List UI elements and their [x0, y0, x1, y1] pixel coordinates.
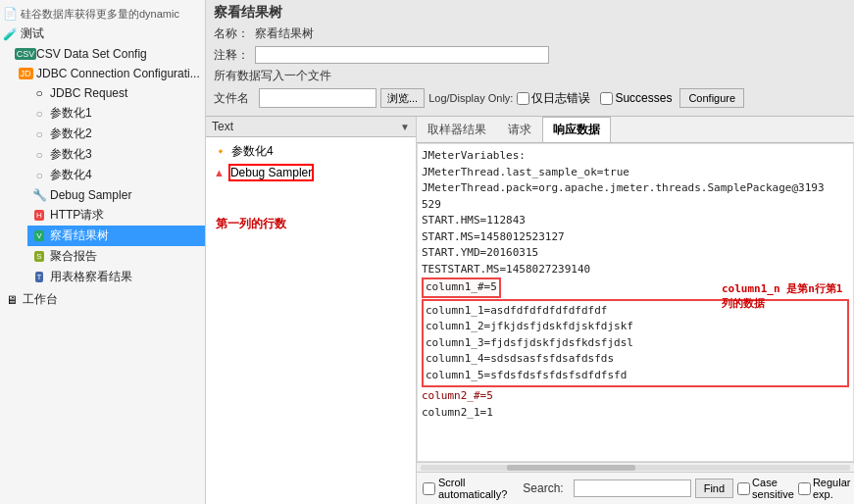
- panel-title: 察看结果树: [214, 4, 846, 22]
- horizontal-scrollbar[interactable]: [417, 462, 854, 472]
- workbench-icon: 🖥: [4, 292, 20, 308]
- response-line: JMeterThread.pack=org.apache.jmeter.thre…: [422, 180, 849, 197]
- browse-button[interactable]: 浏览...: [380, 88, 425, 108]
- search-input[interactable]: [574, 479, 691, 497]
- response-line: JMeterThread.last_sample_ok=true: [422, 165, 849, 181]
- find-button[interactable]: Find: [695, 479, 733, 498]
- node-list: 🔸 参数化4 ▲ Debug Sampler 第一列的行数: [206, 137, 416, 504]
- response-line-col1-2: column1_2=jfkjdsfjdskfdjskfdjskf: [426, 319, 845, 335]
- response-line-col2-1: column2_1=1: [422, 405, 849, 422]
- sidebar-item-jdbc[interactable]: JD JDBC Connection Configurati...: [14, 64, 205, 83]
- debug-node-icon: ▲: [214, 167, 225, 178]
- comment-row: 注释：: [214, 46, 846, 64]
- response-line: START.YMD=20160315: [422, 245, 849, 262]
- tab-request[interactable]: 请求: [497, 117, 542, 142]
- regex-checkbox[interactable]: [798, 482, 811, 495]
- sidebar-item-csv[interactable]: CSV CSV Data Set Config: [14, 44, 205, 64]
- sidebar: 📄 硅谷数据库获得更多量的dynamic 🧪 测试 CSV CSV Data S…: [0, 0, 206, 504]
- log-errors-label: 仅日志错误: [531, 90, 590, 107]
- sidebar-item-param4[interactable]: ○ 参数化4: [27, 165, 205, 185]
- response-line: TESTSTART.MS=1458027239140: [422, 262, 849, 278]
- sidebar-label-table: 用表格察看结果: [50, 269, 132, 285]
- sidebar-item-param2[interactable]: ○ 参数化2: [27, 124, 205, 144]
- response-line: JMeterVariables:: [422, 148, 849, 165]
- sidebar-item-workbench[interactable]: 🖥 工作台: [0, 289, 205, 310]
- tab-response[interactable]: 响应数据: [542, 117, 611, 142]
- log-label: Log/Display Only:: [428, 92, 513, 104]
- log-errors-checkbox[interactable]: [517, 92, 529, 105]
- regex-label: Regular exp.: [813, 477, 851, 500]
- scroll-auto-check[interactable]: Scroll automatically?: [423, 477, 507, 500]
- right-panel: 取样器结果 请求 响应数据 JMeterVariables: JMeterThr…: [417, 117, 854, 504]
- col1-hash-highlight: column1_#=5: [422, 277, 501, 298]
- sidebar-item-debug[interactable]: 🔧 Debug Sampler: [27, 185, 205, 205]
- http-icon: H: [31, 208, 47, 224]
- name-value: 察看结果树: [255, 25, 314, 42]
- param3-icon: ○: [31, 147, 47, 163]
- comment-label: 注释：: [214, 47, 249, 64]
- sidebar-item-summary[interactable]: S 聚合报告: [27, 246, 205, 267]
- response-line-col1-3: column1_3=fjdsfjdskfjdsfkdsfjdsl: [426, 335, 845, 352]
- file-icon: 📄: [2, 6, 18, 22]
- annotation-first-col: 第一列的行数: [216, 216, 286, 232]
- csv-icon: CSV: [18, 46, 33, 62]
- sidebar-item-table[interactable]: T 用表格察看结果: [27, 267, 205, 287]
- sidebar-item-dynamic[interactable]: 📄 硅谷数据库获得更多量的dynamic: [0, 4, 205, 24]
- summary-icon: S: [31, 249, 47, 265]
- jdbc-icon: JD: [18, 66, 33, 81]
- sidebar-item-param3[interactable]: ○ 参数化3: [27, 144, 205, 165]
- sidebar-item-http[interactable]: H HTTP请求: [27, 205, 205, 226]
- tab-sampler[interactable]: 取样器结果: [417, 117, 497, 142]
- main-panel: 察看结果树 名称： 察看结果树 注释： 所有数据写入一个文件 文件名 浏览...…: [206, 0, 854, 504]
- log-errors-check[interactable]: 仅日志错误: [517, 90, 590, 107]
- sidebar-label-param4: 参数化4: [50, 167, 92, 183]
- file-note: 所有数据写入一个文件: [214, 68, 846, 84]
- debug-node-label: Debug Sampler: [228, 164, 314, 181]
- test-icon: 🧪: [2, 26, 18, 42]
- sidebar-label-debug: Debug Sampler: [50, 188, 131, 202]
- sidebar-item-param1[interactable]: ○ 参数化1: [27, 103, 205, 124]
- view-icon: V: [31, 228, 47, 244]
- sidebar-label-param1: 参数化1: [50, 105, 92, 122]
- sidebar-item-jdbc-req[interactable]: ○ JDBC Request: [27, 83, 205, 103]
- comment-input[interactable]: [255, 46, 549, 64]
- sidebar-label-summary: 聚合报告: [50, 248, 97, 265]
- col1-group-highlight: column1_1=asdfdfdfdfdfdfdfdf column1_2=j…: [422, 299, 849, 388]
- sidebar-label-test: 测试: [21, 25, 44, 42]
- file-row: 文件名 浏览... Log/Display Only: 仅日志错误 Succes…: [214, 88, 846, 108]
- file-label: 文件名: [214, 90, 249, 107]
- file-input[interactable]: [259, 88, 377, 108]
- sidebar-item-view[interactable]: V 察看结果树: [27, 226, 205, 246]
- response-line: START.MS=1458012523127: [422, 229, 849, 246]
- param4-node-label: 参数化4: [231, 143, 274, 160]
- response-line-col1-5: column1_5=sfdsfdsfsfdsfsdfdfsfd: [426, 368, 845, 384]
- scroll-auto-checkbox[interactable]: [423, 482, 435, 495]
- panel-header: 察看结果树 名称： 察看结果树 注释： 所有数据写入一个文件 文件名 浏览...…: [206, 0, 854, 117]
- successes-checkbox[interactable]: [600, 92, 613, 105]
- configure-button[interactable]: Configure: [679, 88, 744, 108]
- text-dropdown[interactable]: Text ▼: [206, 117, 416, 137]
- sidebar-item-test[interactable]: 🧪 测试: [0, 24, 205, 44]
- param4-node-icon: 🔸: [214, 145, 227, 158]
- tabs: 取样器结果 请求 响应数据: [417, 117, 854, 143]
- successes-check[interactable]: Successes: [600, 91, 672, 105]
- sidebar-label-param2: 参数化2: [50, 126, 92, 142]
- bottom-bar: Scroll automatically? Search: Find Case …: [417, 472, 854, 504]
- left-panel: Text ▼ 🔸 参数化4 ▲ Debug Sampler 第一列的行数: [206, 117, 417, 504]
- case-sensitive-checkbox[interactable]: [737, 482, 750, 495]
- case-sensitive-check[interactable]: Case sensitive: [737, 477, 794, 500]
- name-row: 名称： 察看结果树: [214, 25, 846, 42]
- sidebar-label-workbench: 工作台: [23, 291, 58, 308]
- debug-node[interactable]: ▲ Debug Sampler: [210, 162, 412, 183]
- content-area: Text ▼ 🔸 参数化4 ▲ Debug Sampler 第一列的行数: [206, 117, 854, 504]
- response-line-col2-hash: column2_#=5: [422, 388, 849, 405]
- scroll-auto-label: Scroll automatically?: [438, 477, 507, 500]
- sidebar-label-jdbc-req: JDBC Request: [50, 86, 127, 100]
- param4-icon: ○: [31, 168, 47, 183]
- response-line: 529: [422, 197, 849, 214]
- response-content[interactable]: JMeterVariables: JMeterThread.last_sampl…: [417, 143, 854, 462]
- sidebar-label-jdbc: JDBC Connection Configurati...: [36, 67, 200, 80]
- regex-check[interactable]: Regular exp.: [798, 477, 851, 500]
- param4-node[interactable]: 🔸 参数化4: [210, 141, 412, 162]
- sidebar-label-param3: 参数化3: [50, 146, 92, 163]
